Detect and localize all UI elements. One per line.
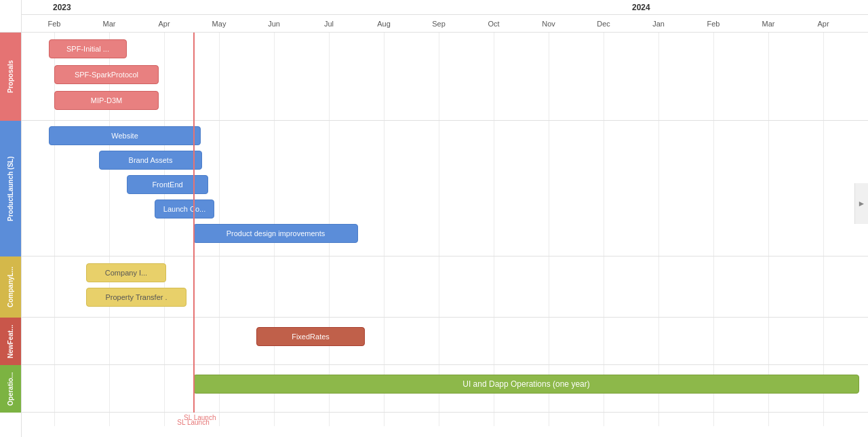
bar-website[interactable]: Website	[49, 126, 201, 145]
year-2023: 2023	[53, 3, 71, 12]
row-labels: Proposals ProductLaunch (SL) CompanyL...…	[0, 0, 22, 437]
rows-container: SL Launch SPF-Initial ... SPF-SparkProto…	[22, 33, 868, 426]
year-row: 2023 2024	[22, 0, 868, 15]
month-jul: Jul	[324, 20, 334, 28]
bar-product-design[interactable]: Product design improvements	[193, 224, 358, 243]
bar-company-i[interactable]: Company I...	[86, 263, 166, 282]
month-may: May	[212, 20, 226, 28]
chart-area: 2023 2024 Feb Mar Apr May Jun Jul Aug Se…	[22, 0, 868, 437]
row-label-proposals: Proposals	[0, 33, 21, 121]
month-apr-2: Apr	[817, 20, 829, 28]
bar-fixedrates[interactable]: FixedRates	[256, 327, 365, 346]
month-jan-2024: Jan	[652, 20, 665, 28]
year-2024: 2024	[632, 3, 650, 12]
nav-right-arrow[interactable]: ►	[854, 183, 868, 224]
row-label-newfeat: NewFeat...	[0, 318, 21, 365]
month-oct: Oct	[488, 20, 499, 28]
newfeat-row: FixedRates	[22, 318, 868, 365]
month-mar-2: Mar	[762, 20, 775, 28]
month-nov: Nov	[542, 20, 555, 28]
row-label-company: CompanyL...	[0, 256, 21, 318]
sl-launch-line: SL Launch	[193, 33, 195, 413]
bottom-spacer: SL Launch	[22, 413, 868, 426]
sl-launch-label: SL Launch	[177, 419, 209, 426]
bar-brand-assets[interactable]: Brand Assets	[99, 151, 202, 170]
month-row: Feb Mar Apr May Jun Jul Aug Sep Oct Nov …	[22, 15, 868, 33]
bar-frontend[interactable]: FrontEnd	[127, 175, 208, 194]
month-sep: Sep	[432, 20, 446, 28]
month-feb-2: Feb	[707, 20, 720, 28]
bar-ui-dapp-ops[interactable]: UI and Dapp Operations (one year)	[193, 375, 859, 394]
bar-property-transfer[interactable]: Property Transfer .	[86, 288, 186, 307]
product-launch-row: Website Brand Assets FrontEnd Launch Co.…	[22, 121, 868, 256]
month-mar-1: Mar	[103, 20, 116, 28]
month-apr-1: Apr	[158, 20, 170, 28]
proposals-row: SPF-Initial ... SPF-SparkProtocol MIP-D3…	[22, 33, 868, 121]
header: 2023 2024 Feb Mar Apr May Jun Jul Aug Se…	[22, 0, 868, 33]
bar-spf-initial[interactable]: SPF-Initial ...	[49, 39, 127, 58]
bar-launch-co[interactable]: Launch Co...	[155, 200, 214, 218]
gantt-container: Proposals ProductLaunch (SL) CompanyL...…	[0, 0, 868, 437]
operations-row: UI and Dapp Operations (one year)	[22, 365, 868, 413]
row-label-product-launch: ProductLaunch (SL)	[0, 121, 21, 256]
row-label-operations: Operatio...	[0, 365, 21, 413]
month-aug: Aug	[377, 20, 391, 28]
bar-spf-sparkprotocol[interactable]: SPF-SparkProtocol	[54, 65, 159, 84]
month-feb-1: Feb	[48, 20, 61, 28]
month-jun: Jun	[268, 20, 280, 28]
bar-mip-d3m[interactable]: MIP-D3M	[54, 91, 159, 110]
company-row: Company I... Property Transfer .	[22, 256, 868, 318]
month-dec: Dec	[597, 20, 610, 28]
